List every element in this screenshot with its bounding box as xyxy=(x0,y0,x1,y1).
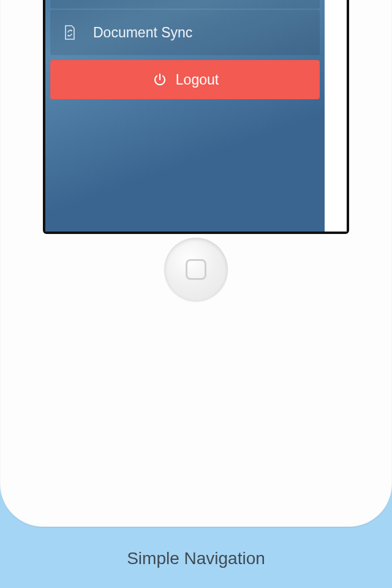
nav-item-wifi-test[interactable]: Wi-Fi Test xyxy=(50,0,320,9)
home-button[interactable] xyxy=(164,238,228,301)
content-edge-strip xyxy=(325,0,347,232)
navigation-menu: VIO My VIOs All VIOs xyxy=(45,0,325,232)
sync-document-icon xyxy=(61,24,78,41)
phone-frame: VIO My VIOs All VIOs xyxy=(0,0,392,527)
screen-bezel: VIO My VIOs All VIOs xyxy=(43,0,349,234)
app-screen: VIO My VIOs All VIOs xyxy=(45,0,347,232)
logout-button[interactable]: Logout xyxy=(50,60,320,99)
nav-item-document-sync[interactable]: Document Sync xyxy=(50,10,320,55)
marketing-caption: Simple Navigation xyxy=(0,549,392,568)
power-icon xyxy=(151,71,168,88)
nav-item-document-sync-label: Document Sync xyxy=(93,24,192,41)
home-button-glyph xyxy=(186,259,206,280)
logout-button-label: Logout xyxy=(176,72,219,88)
